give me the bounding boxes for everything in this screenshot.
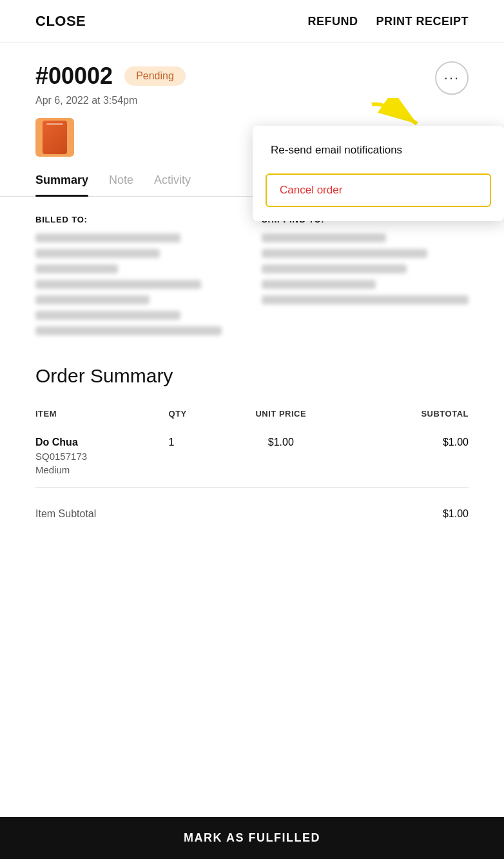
- billing-line-1: [35, 233, 180, 242]
- item-variant: Medium: [35, 464, 169, 475]
- top-nav-right: REFUND PRINT RECEIPT: [307, 15, 469, 28]
- order-summary-title: Order Summary: [35, 365, 469, 387]
- refund-button[interactable]: REFUND: [307, 15, 358, 28]
- order-status-badge: Pending: [124, 66, 186, 86]
- col-item: ITEM: [35, 402, 169, 425]
- tab-summary[interactable]: Summary: [35, 164, 88, 196]
- billing-heading: BILLED TO:: [35, 215, 242, 224]
- billing-section: BILLED TO:: [35, 215, 242, 342]
- subtotal-value: $1.00: [443, 508, 469, 520]
- cancel-order-item[interactable]: Cancel order: [266, 173, 491, 207]
- tab-activity[interactable]: Activity: [154, 164, 191, 196]
- item-qty: 1: [169, 425, 216, 487]
- order-table: ITEM QTY UNIT PRICE SUBTOTAL Do Chua SQ0…: [35, 402, 469, 487]
- top-nav: CLOSE REFUND PRINT RECEIPT: [0, 0, 504, 43]
- col-unit-price: UNIT PRICE: [215, 402, 346, 425]
- col-qty: QTY: [169, 402, 216, 425]
- mark-as-fulfilled-button[interactable]: MARK AS FULFILLED: [0, 817, 504, 859]
- resend-email-item[interactable]: Re-send email notifications: [253, 132, 504, 168]
- item-details: Do Chua SQ0157173 Medium: [35, 425, 169, 487]
- close-button[interactable]: CLOSE: [35, 13, 86, 30]
- main-content: BILLED TO: SHIPPING TO: Order Summary IT…: [0, 197, 504, 548]
- billing-line-5: [35, 295, 150, 304]
- shipping-line-4: [262, 280, 376, 289]
- shipping-line-2: [262, 249, 427, 258]
- item-sku: SQ0157173: [35, 451, 169, 462]
- address-grid: BILLED TO: SHIPPING TO:: [35, 215, 469, 342]
- product-thumbnail: [35, 118, 74, 157]
- shipping-line-1: [262, 233, 386, 242]
- billing-line-4: [35, 280, 201, 289]
- billing-line-7: [35, 326, 222, 335]
- order-title-row: #00002 Pending: [35, 63, 469, 90]
- bottom-bar-label: MARK AS FULFILLED: [184, 831, 320, 844]
- dropdown-menu: Re-send email notifications Cancel order: [253, 126, 504, 221]
- shipping-section: SHIPPING TO:: [262, 215, 469, 342]
- billing-line-6: [35, 311, 180, 320]
- table-row: Do Chua SQ0157173 Medium 1 $1.00 $1.00: [35, 425, 469, 487]
- billing-line-2: [35, 249, 160, 258]
- item-unit-price: $1.00: [215, 425, 346, 487]
- more-options-button[interactable]: ···: [435, 61, 469, 95]
- subtotal-row: Item Subtotal $1.00: [35, 498, 469, 530]
- col-subtotal: SUBTOTAL: [346, 402, 469, 425]
- product-image: [43, 121, 67, 154]
- shipping-line-5: [262, 295, 469, 304]
- subtotal-label: Item Subtotal: [35, 508, 96, 520]
- order-number: #00002: [35, 63, 113, 90]
- billing-line-3: [35, 264, 118, 273]
- print-receipt-button[interactable]: PRINT RECEIPT: [376, 15, 469, 28]
- shipping-line-3: [262, 264, 407, 273]
- tab-note[interactable]: Note: [109, 164, 133, 196]
- item-name: Do Chua: [35, 437, 169, 448]
- table-divider: [35, 487, 469, 488]
- ellipsis-icon: ···: [444, 70, 460, 86]
- item-subtotal: $1.00: [346, 425, 469, 487]
